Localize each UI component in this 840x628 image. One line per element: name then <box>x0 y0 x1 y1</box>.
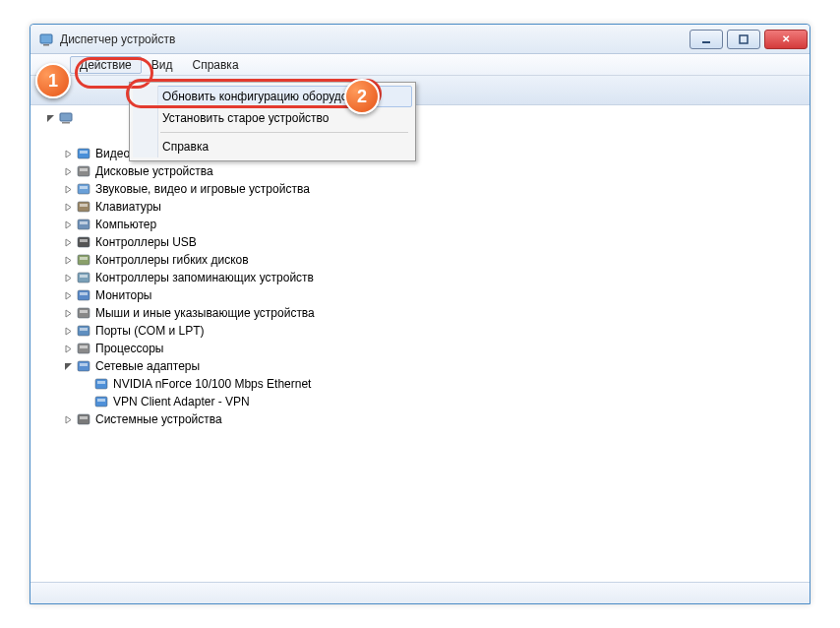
svg-rect-37 <box>80 416 88 419</box>
svg-rect-7 <box>80 151 88 154</box>
svg-rect-19 <box>80 257 88 260</box>
svg-rect-35 <box>97 399 105 402</box>
tree-item[interactable]: Звуковые, видео и игровые устройства <box>30 180 810 198</box>
titlebar[interactable]: Диспетчер устройств ✕ <box>30 25 810 54</box>
svg-rect-5 <box>62 122 70 124</box>
mouse-icon <box>76 305 91 321</box>
tree-item[interactable]: Системные устройства <box>30 410 810 428</box>
svg-rect-4 <box>60 113 72 121</box>
svg-rect-9 <box>80 168 88 171</box>
svg-rect-1 <box>43 44 49 46</box>
computer-root-icon <box>58 110 74 126</box>
tree-item-label: Компьютер <box>95 218 156 231</box>
tree-item-label: NVIDIA nForce 10/100 Mbps Ethernet <box>113 377 311 391</box>
expander-closed-icon[interactable] <box>62 236 74 248</box>
tree-item[interactable]: Контроллеры запоминающих устройств <box>30 269 810 286</box>
expander-closed-icon[interactable] <box>62 254 74 266</box>
tree-item-label: Системные устройства <box>95 412 222 426</box>
tree-item-label: Сетевые адаптеры <box>95 359 200 373</box>
tree-item[interactable]: Сетевые адаптеры <box>30 357 810 375</box>
tree-item-label: Порты (COM и LPT) <box>95 324 205 338</box>
system-icon <box>76 411 91 427</box>
expander-closed-icon[interactable] <box>62 413 74 425</box>
maximize-button[interactable] <box>727 30 760 49</box>
expander-closed-icon[interactable] <box>62 289 74 301</box>
disk-icon <box>76 163 91 179</box>
tree-item-label: Клавиатуры <box>95 200 161 214</box>
tree-item[interactable]: Контроллеры гибких дисков <box>30 251 810 269</box>
expander-none-icon <box>80 378 91 390</box>
nic-icon <box>93 376 109 392</box>
cpu-icon <box>76 341 91 356</box>
expander-closed-icon[interactable] <box>62 307 74 319</box>
tree-item-label: Контроллеры запоминающих устройств <box>95 271 314 284</box>
close-button[interactable]: ✕ <box>764 30 808 49</box>
tree-item-label: Контроллеры гибких дисков <box>95 253 249 267</box>
svg-rect-2 <box>702 41 710 43</box>
port-icon <box>76 323 91 339</box>
tree-item-label: VPN Client Adapter - VPN <box>113 395 250 408</box>
sound-icon <box>76 181 91 197</box>
tree-item[interactable]: Компьютер <box>30 216 810 233</box>
display-icon <box>76 146 91 161</box>
expander-closed-icon[interactable] <box>62 148 74 159</box>
expander-closed-icon[interactable] <box>62 272 74 283</box>
tree-item-label: Процессоры <box>95 342 164 355</box>
svg-rect-29 <box>80 345 88 348</box>
tree-item[interactable]: Дисковые устройства <box>30 162 810 180</box>
tree-item-label: Звуковые, видео и игровые устройства <box>95 182 310 196</box>
svg-rect-13 <box>80 204 88 207</box>
expander-none-icon <box>80 396 91 408</box>
expander-open-icon[interactable] <box>62 360 74 372</box>
expander-closed-icon[interactable] <box>62 325 74 337</box>
tree-item[interactable]: Мониторы <box>30 286 810 304</box>
usb-icon <box>76 234 91 250</box>
callout-1: 1 <box>35 63 71 98</box>
tree-item[interactable]: Мыши и иные указывающие устройства <box>30 304 810 322</box>
svg-rect-21 <box>80 275 88 278</box>
tree-item-label: Контроллеры USB <box>95 235 197 249</box>
monitor-icon <box>76 287 91 303</box>
keyboard-icon <box>76 199 91 215</box>
expander-closed-icon[interactable] <box>62 183 74 195</box>
expander-closed-icon[interactable] <box>62 219 74 230</box>
menu-help[interactable]: Справка <box>182 56 248 74</box>
statusbar <box>30 582 810 603</box>
svg-rect-23 <box>80 292 88 295</box>
window-title: Диспетчер устройств <box>60 32 175 46</box>
svg-rect-33 <box>97 381 105 384</box>
expander-closed-icon[interactable] <box>62 343 74 354</box>
callout-2: 2 <box>344 79 380 114</box>
device-tree[interactable]: ВидеоадаптерыДисковые устройстваЗвуковые… <box>30 105 810 582</box>
network-icon <box>76 358 91 374</box>
tree-item[interactable]: Процессоры <box>30 340 810 357</box>
svg-rect-25 <box>80 310 88 313</box>
tree-item[interactable]: VPN Client Adapter - VPN <box>30 393 810 410</box>
expander-open-icon[interactable] <box>44 112 56 124</box>
svg-rect-11 <box>80 186 88 189</box>
svg-rect-27 <box>80 328 88 331</box>
menu-item-help[interactable]: Справка <box>133 136 412 157</box>
svg-rect-15 <box>80 221 88 224</box>
tree-item[interactable]: NVIDIA nForce 10/100 Mbps Ethernet <box>30 375 810 393</box>
tree-item-label: Мониторы <box>95 288 151 302</box>
svg-rect-0 <box>40 34 52 43</box>
expander-closed-icon[interactable] <box>62 165 74 177</box>
app-icon <box>38 31 54 47</box>
minimize-button[interactable] <box>690 30 723 49</box>
svg-rect-31 <box>80 363 88 366</box>
svg-rect-3 <box>740 35 748 43</box>
svg-rect-17 <box>80 239 88 242</box>
storage-icon <box>76 270 91 285</box>
annotation-ring-2 <box>126 79 382 108</box>
nic-icon <box>93 394 109 409</box>
floppy-icon <box>76 252 91 268</box>
tree-item[interactable]: Клавиатуры <box>30 198 810 216</box>
expander-closed-icon[interactable] <box>62 201 74 213</box>
window-buttons: ✕ <box>686 30 808 49</box>
device-manager-window: Диспетчер устройств ✕ Действие Вид Справ… <box>30 24 810 604</box>
tree-item[interactable]: Контроллеры USB <box>30 233 810 251</box>
tree-item[interactable]: Порты (COM и LPT) <box>30 322 810 340</box>
tree-item-label: Мыши и иные указывающие устройства <box>95 306 315 320</box>
menu-separator <box>160 132 408 133</box>
